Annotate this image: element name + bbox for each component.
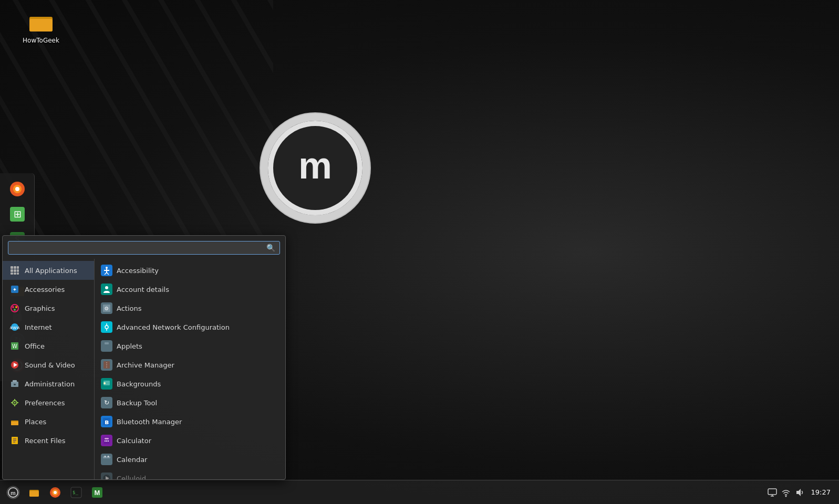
categories-panel: All Applications ✦ Accessories: [3, 259, 95, 479]
firefox-icon: [9, 181, 26, 197]
desktop: m HowToGeek ⊞: [0, 0, 839, 504]
category-administration[interactable]: Administration: [3, 374, 94, 393]
software-dock-item[interactable]: ⊞: [6, 203, 29, 226]
menu-content: All Applications ✦ Accessories: [3, 259, 285, 479]
svg-text:m: m: [11, 490, 16, 496]
category-office[interactable]: W Office: [3, 337, 94, 355]
app-celluloid-label: Celluloid: [117, 475, 279, 480]
celluloid-icon: [101, 472, 112, 479]
svg-point-10: [15, 187, 19, 191]
svg-marker-112: [796, 489, 801, 496]
start-menu-button[interactable]: m: [3, 482, 23, 502]
taskbar-display-icon[interactable]: [767, 487, 778, 498]
category-label: All Applications: [25, 267, 77, 275]
category-label: Graphics: [25, 304, 55, 312]
taskbar-network-icon[interactable]: [781, 487, 791, 498]
app-applets-label: Applets: [117, 342, 279, 350]
app-menu: 🔍: [2, 235, 286, 480]
app-accessibility-label: Accessibility: [117, 267, 279, 275]
app-accessibility[interactable]: Accessibility: [95, 261, 285, 280]
app-backgrounds[interactable]: Backgrounds: [95, 374, 285, 393]
category-preferences[interactable]: Preferences: [3, 393, 94, 412]
taskbar-softwaremgr-button[interactable]: M: [87, 482, 107, 502]
svg-line-65: [107, 272, 109, 275]
app-backup-tool-label: Backup Tool: [117, 399, 279, 407]
app-backup-tool[interactable]: ↻ Backup Tool: [95, 393, 285, 412]
taskbar-firefox-button[interactable]: [45, 482, 65, 502]
taskbar-files-icon: [28, 487, 40, 498]
software-icon: ⊞: [9, 206, 26, 223]
internet-icon: www: [9, 321, 20, 333]
app-calendar[interactable]: Calendar: [95, 450, 285, 469]
svg-point-61: [106, 267, 108, 269]
svg-text:ʙ: ʙ: [105, 418, 109, 426]
svg-rect-48: [14, 384, 16, 385]
app-actions[interactable]: ⚙ Actions: [95, 299, 285, 318]
svg-rect-30: [17, 269, 19, 272]
accessibility-icon: [101, 265, 112, 276]
taskbar-firefox-icon: [49, 487, 61, 498]
administration-icon: [9, 378, 20, 390]
taskbar-softwaremgr-icon: M: [91, 487, 103, 498]
category-internet[interactable]: www Internet: [3, 318, 94, 337]
desktop-icon-howtogeek[interactable]: HowToGeek: [20, 9, 62, 44]
search-input-wrap[interactable]: 🔍: [8, 241, 280, 255]
app-bluetooth-manager-label: Bluetooth Manager: [117, 418, 279, 426]
app-account-details-label: Account details: [117, 286, 279, 293]
advanced-network-icon: [101, 321, 112, 333]
svg-rect-56: [11, 422, 18, 425]
svg-rect-28: [11, 269, 13, 272]
app-archive-manager[interactable]: Archive Manager: [95, 355, 285, 374]
archive-manager-icon: [101, 359, 112, 371]
taskbar-files-button[interactable]: [24, 482, 44, 502]
taskbar-time: 19:27: [808, 488, 834, 496]
app-backgrounds-label: Backgrounds: [117, 380, 279, 388]
svg-line-64: [105, 272, 107, 275]
app-advanced-network[interactable]: Advanced Network Configuration: [95, 318, 285, 337]
search-input[interactable]: [13, 244, 266, 252]
category-graphics[interactable]: Graphics: [3, 299, 94, 318]
svg-point-79: [103, 382, 106, 384]
taskbar-terminal-button[interactable]: $_: [66, 482, 86, 502]
app-archive-manager-label: Archive Manager: [117, 361, 279, 369]
app-bluetooth-manager[interactable]: ʙ Bluetooth Manager: [95, 412, 285, 431]
app-applets[interactable]: Applets: [95, 337, 285, 355]
mint-start-icon: m: [6, 485, 20, 500]
svg-rect-29: [14, 269, 16, 272]
svg-point-66: [105, 286, 108, 289]
app-calculator[interactable]: Calculator: [95, 431, 285, 450]
account-details-icon: [101, 284, 112, 295]
svg-rect-86: [105, 440, 106, 442]
app-account-details[interactable]: Account details: [95, 280, 285, 299]
desktop-icon-label: HowToGeek: [23, 37, 59, 44]
backup-tool-icon: ↻: [101, 397, 112, 408]
backgrounds-icon: [101, 378, 112, 390]
search-icon[interactable]: 🔍: [266, 244, 275, 252]
category-label: Office: [25, 342, 45, 350]
svg-point-38: [15, 306, 17, 308]
category-all-applications[interactable]: All Applications: [3, 261, 94, 280]
category-sound-video[interactable]: Sound & Video: [3, 355, 94, 374]
taskbar-right: 19:27: [767, 487, 839, 498]
category-accessories[interactable]: ✦ Accessories: [3, 280, 94, 299]
svg-text:✦: ✦: [13, 287, 17, 292]
category-recent-files[interactable]: Recent Files: [3, 431, 94, 450]
taskbar-volume-icon[interactable]: [794, 487, 805, 498]
svg-rect-26: [14, 266, 16, 269]
svg-point-103: [54, 491, 57, 494]
svg-text:⊞: ⊞: [13, 209, 21, 219]
svg-rect-7: [29, 19, 53, 32]
applets-icon: [101, 340, 112, 352]
svg-text:⚙: ⚙: [105, 306, 109, 311]
all-apps-icon: [9, 265, 20, 276]
category-places[interactable]: Places: [3, 412, 94, 431]
taskbar-left: m: [0, 482, 107, 502]
bluetooth-manager-icon: ʙ: [101, 416, 112, 427]
taskbar-terminal-icon: $_: [70, 487, 82, 498]
firefox-dock-item[interactable]: [6, 177, 29, 201]
calendar-icon: [101, 454, 112, 465]
app-celluloid[interactable]: Celluloid: [95, 469, 285, 479]
svg-text:m: m: [298, 144, 332, 186]
category-label: Administration: [25, 380, 75, 388]
svg-rect-88: [108, 440, 109, 442]
